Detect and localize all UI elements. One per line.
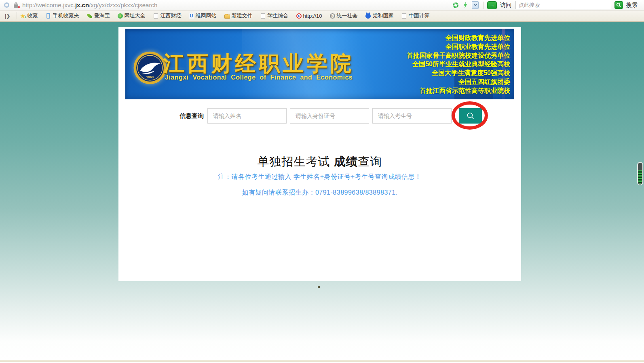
college-banner: 1960 江西财经职业学院 Jiangxi Vocational College… <box>125 29 514 99</box>
page-icon <box>154 13 158 19</box>
snapshot-icon[interactable] <box>453 2 458 8</box>
red-circle-icon: € <box>296 13 302 19</box>
bookmark-label: 统一社会 <box>337 12 358 19</box>
honor-line: 全国财政教育先进单位 <box>407 34 510 42</box>
bookmark-unified-social[interactable]: S 统一社会 <box>330 12 358 19</box>
bookmark-label: 新建文件 <box>232 12 253 19</box>
scroll-indicator-fill <box>638 170 642 184</box>
bookmark-china-computing[interactable]: 中国计算 <box>401 12 430 19</box>
honors-list: 全国财政教育先进单位 全国职业教育先进单位 首批国家骨干高职院校建设优秀单位 全… <box>407 34 510 95</box>
go-button[interactable]: → <box>487 1 497 9</box>
bookmarks-bar: |❯ ★ 收藏 手机收藏夹 爱淘宝 + 网址大全 江西财经 U 维网网站 新建文… <box>0 10 644 22</box>
magnifier-icon <box>616 2 621 8</box>
page-icon <box>261 13 265 19</box>
bookmark-jiangxi-finance[interactable]: 江西财经 <box>153 12 182 19</box>
college-name-english: Jiangxi Vocational College of Finance an… <box>165 74 353 81</box>
honor-line: 首批国家骨干高职院校建设优秀单位 <box>407 51 510 60</box>
bookmark-favorites[interactable]: ★ 收藏 <box>20 12 38 19</box>
svg-text:1960: 1960 <box>146 75 154 79</box>
page-title: 单独招生考试 成绩查询 <box>118 154 521 170</box>
honor-line: 全国五四红旗团委 <box>407 78 510 86</box>
url-path: /xg/yx/dzxx/pkxx/cjsearch <box>89 2 157 8</box>
magnifier-icon <box>466 111 475 120</box>
title-bold: 成绩 <box>334 155 358 168</box>
stray-dot <box>318 286 320 288</box>
bookmark-label: 中国计算 <box>409 12 430 19</box>
browser-chrome-bar: × http://welcome.jxvc.jx.cn/xg/yx/dzxx/p… <box>0 0 644 10</box>
bookmark-label: 江西财经 <box>160 12 182 19</box>
mode-dropdown-button[interactable] <box>472 1 479 9</box>
bookmark-aitaobao[interactable]: 爱淘宝 <box>87 12 110 19</box>
lock-error-mark: × <box>18 5 20 9</box>
divider <box>484 2 484 9</box>
address-bar[interactable]: http://welcome.jxvc.jx.cn/xg/yx/dzxx/pkx… <box>22 2 157 8</box>
query-label: 信息查询 <box>179 108 204 124</box>
bookmark-student-portal[interactable]: 学生综合 <box>260 12 289 19</box>
bookmark-label: 手机收藏夹 <box>53 12 79 19</box>
speed-mode-icon[interactable] <box>463 2 468 8</box>
page-icon <box>402 13 406 19</box>
bookmark-label: 收藏 <box>27 12 38 19</box>
paw-icon <box>365 13 371 19</box>
scroll-indicator-widget[interactable] <box>637 162 643 185</box>
folder-icon <box>224 15 230 19</box>
leaf-icon <box>87 14 92 18</box>
sidebar-toggle-icon[interactable]: |❯ <box>5 13 10 19</box>
content-panel: 1960 江西财经职业学院 Jiangxi Vocational College… <box>118 27 521 281</box>
bookmark-http10[interactable]: € http://10 <box>296 13 322 19</box>
u-badge-icon: U <box>189 13 194 19</box>
note-line-2: 如有疑问请联系招生办：0791-83899638/83898371. <box>118 189 521 197</box>
bookmark-site-directory[interactable]: + 网址大全 <box>118 12 146 19</box>
note-line-1: 注：请各位考生通过输入 学生姓名+身份证号+考生号查询成绩信息！ <box>118 173 521 181</box>
bookmark-label: 网址大全 <box>125 12 146 19</box>
bookmark-weiwang-site[interactable]: U 维网网站 <box>189 12 217 19</box>
honor-line: 首批江西省示范性高等职业院校 <box>407 86 510 95</box>
page-background: 1960 江西财经职业学院 Jiangxi Vocational College… <box>0 22 644 362</box>
honor-line: 全国50所毕业生就业典型经验高校 <box>407 60 510 69</box>
bookmark-label: 党和国家 <box>373 12 394 19</box>
insecure-lock-icon[interactable]: × <box>13 2 19 8</box>
title-suffix: 查询 <box>358 155 382 168</box>
search-label[interactable]: 搜索 <box>626 2 638 9</box>
bookmark-mobile-favorites[interactable]: 手机收藏夹 <box>46 12 79 19</box>
favicon-placeholder-icon <box>4 2 9 8</box>
toolbar-search-button[interactable] <box>614 1 623 9</box>
green-globe-icon: + <box>118 13 123 19</box>
college-logo-icon: 1960 <box>133 51 167 84</box>
honor-line: 全国大学生满意度50强高校 <box>407 69 510 78</box>
chevron-down-icon <box>473 3 477 6</box>
url-domain: jx.cn <box>75 2 89 8</box>
url-prefix: http://welcome.jxvc. <box>22 2 75 8</box>
title-prefix: 单独招生考试 <box>257 155 334 168</box>
bookmark-label: http://10 <box>303 13 322 19</box>
score-search-button[interactable] <box>459 108 482 124</box>
window-bottom-edge <box>0 360 644 362</box>
bookmark-label: 维网网站 <box>196 12 217 19</box>
divider <box>17 12 17 19</box>
phone-icon <box>46 13 50 19</box>
star-plus-icon: ★ <box>20 13 26 19</box>
bookmark-party-state[interactable]: 党和国家 <box>365 12 394 19</box>
bookmark-new-file[interactable]: 新建文件 <box>224 12 253 19</box>
name-input[interactable] <box>207 108 287 124</box>
grey-circle-icon: S <box>330 13 335 19</box>
visit-label[interactable]: 访问 <box>500 2 511 9</box>
candidate-number-input[interactable] <box>372 108 452 124</box>
bookmark-label: 爱淘宝 <box>94 12 110 19</box>
honor-line: 全国职业教育先进单位 <box>407 42 510 51</box>
quick-search-input[interactable] <box>515 1 611 9</box>
id-number-input[interactable] <box>290 108 369 124</box>
bookmark-label: 学生综合 <box>268 12 289 19</box>
